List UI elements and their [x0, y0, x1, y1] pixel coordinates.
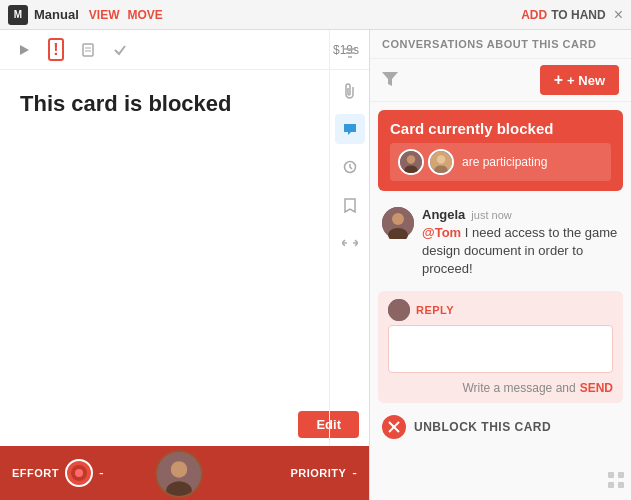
new-button[interactable]: + + New [540, 65, 619, 95]
bookmark-side-icon[interactable] [335, 190, 365, 220]
reply-footer: Write a message and SEND [388, 381, 613, 395]
svg-rect-31 [618, 472, 624, 478]
svg-rect-1 [83, 44, 93, 56]
side-icons [329, 30, 369, 446]
effort-dash: - [99, 465, 104, 481]
svg-rect-30 [608, 472, 614, 478]
add-link[interactable]: ADD [521, 8, 547, 22]
blocked-title: Card currently blocked [390, 120, 611, 137]
chat-side-icon[interactable] [335, 114, 365, 144]
svg-point-18 [407, 155, 415, 163]
svg-point-21 [437, 155, 445, 163]
tohand-label: TO HAND [551, 8, 605, 22]
card-content: This card is blocked [0, 70, 369, 411]
grid-icon[interactable] [607, 471, 625, 494]
participating-text: are participating [462, 155, 547, 169]
check-button[interactable] [106, 36, 134, 64]
message-time: just now [471, 209, 511, 221]
avatar-tom-sm [428, 149, 454, 175]
message-row: Angela just now @Tom I need access to th… [382, 207, 619, 279]
conversations-header: CONVERSATIONS ABOUT THIS CARD [370, 30, 631, 59]
mention-tag: @Tom [422, 225, 461, 240]
alert-button[interactable]: ! [42, 36, 70, 64]
expand-side-icon[interactable] [335, 228, 365, 258]
move-link[interactable]: MOVE [127, 8, 162, 22]
top-bar: M Manual VIEW MOVE ADD TO HAND × [0, 0, 631, 30]
reply-label: REPLY [388, 299, 613, 321]
view-link[interactable]: VIEW [89, 8, 120, 22]
message-section: Angela just now @Tom I need access to th… [370, 199, 631, 287]
history-side-icon[interactable] [335, 152, 365, 182]
message-avatar [382, 207, 414, 239]
svg-rect-32 [608, 482, 614, 488]
avatar-angela-sm [398, 149, 424, 175]
unblock-row[interactable]: UNBLOCK THIS CARD [370, 407, 631, 447]
message-text: @Tom I need access to the game design do… [422, 224, 619, 279]
effort-icon [65, 459, 93, 487]
svg-point-26 [388, 299, 410, 321]
reply-input[interactable] [388, 325, 613, 373]
svg-marker-0 [20, 45, 29, 55]
unblock-text: UNBLOCK THIS CARD [414, 420, 551, 434]
plus-icon: + [554, 71, 563, 89]
left-panel: ! $19s This card is blocked Edit EFFORT [0, 30, 370, 500]
avatar-center [155, 450, 203, 498]
app-logo: M [8, 5, 28, 25]
card-blocked-title: This card is blocked [20, 90, 349, 119]
priority-section: PRIORITY - [290, 465, 357, 481]
message-meta: Angela just now [422, 207, 619, 222]
right-panel: CONVERSATIONS ABOUT THIS CARD + + New Ca… [370, 30, 631, 500]
card-toolbar: ! $19s [0, 30, 369, 70]
svg-point-24 [392, 213, 404, 225]
app-title: Manual [34, 7, 79, 22]
svg-marker-16 [382, 72, 398, 86]
reply-avatar [388, 299, 410, 321]
filter-side-icon[interactable] [335, 38, 365, 68]
svg-point-9 [172, 462, 187, 477]
effort-label: EFFORT [12, 467, 59, 479]
priority-dash: - [352, 465, 357, 481]
send-link[interactable]: SEND [580, 381, 613, 395]
unblock-icon [382, 415, 406, 439]
message-body: Angela just now @Tom I need access to th… [422, 207, 619, 279]
blocked-section: Card currently blocked are participating [378, 110, 623, 191]
close-button[interactable]: × [614, 6, 623, 24]
edit-btn-row: Edit [0, 411, 369, 446]
attachment-side-icon[interactable] [335, 76, 365, 106]
participants-row: are participating [390, 143, 611, 181]
priority-label: PRIORITY [290, 467, 346, 479]
main-layout: ! $19s This card is blocked Edit EFFORT [0, 30, 631, 500]
reply-footer-text: Write a message and [462, 381, 575, 395]
play-button[interactable] [10, 36, 38, 64]
right-bottom [370, 465, 631, 500]
filter-icon[interactable] [382, 72, 398, 89]
reply-section: REPLY Write a message and SEND [378, 291, 623, 403]
right-toolbar: + + New [370, 59, 631, 102]
svg-point-5 [75, 469, 83, 477]
card-bottom-bar: EFFORT - PRIORITY - [0, 446, 369, 500]
document-button[interactable] [74, 36, 102, 64]
svg-rect-33 [618, 482, 624, 488]
message-author: Angela [422, 207, 465, 222]
